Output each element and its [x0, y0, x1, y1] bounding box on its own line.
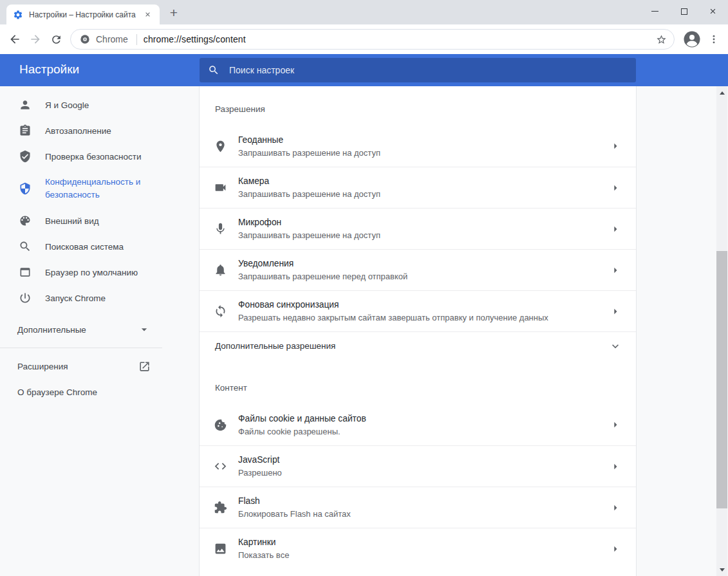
additional-permissions-expander[interactable]: Дополнительные разрешения — [200, 331, 636, 360]
reload-icon — [50, 33, 62, 46]
row-microphone[interactable]: МикрофонЗапрашивать разрешение на доступ — [200, 208, 636, 249]
profile-avatar-icon — [682, 30, 702, 49]
extensions-label: Расширения — [17, 362, 68, 371]
row-subtitle: Запрашивать разрешение на доступ — [238, 189, 380, 199]
content-heading: Контент — [200, 360, 636, 404]
sidebar-item-label: Запуск Chrome — [45, 293, 106, 303]
arrow-right-icon — [609, 264, 622, 277]
bookmark-button[interactable] — [652, 30, 670, 48]
search-icon — [208, 64, 219, 76]
shield-half-icon — [19, 182, 32, 195]
sidebar-item-appearance[interactable]: Внешний вид — [0, 208, 194, 234]
vertical-scrollbar[interactable] — [716, 86, 727, 576]
row-flash[interactable]: FlashБлокировать Flash на сайтах — [200, 487, 636, 528]
sidebar-divider — [0, 348, 162, 348]
arrow-right-icon — [609, 543, 622, 555]
row-title: Картинки — [238, 537, 289, 547]
back-button[interactable] — [5, 29, 25, 50]
sidebar-item-about-chrome[interactable]: О браузере Chrome — [0, 379, 162, 405]
site-settings-card: Разрешения ГеоданныеЗапрашивать разрешен… — [199, 86, 637, 576]
row-subtitle: Показать все — [238, 550, 289, 560]
sidebar-item-label: Я и Google — [45, 100, 89, 110]
row-subtitle: Разрешено — [238, 468, 282, 478]
arrow-right-icon — [609, 305, 622, 318]
scrollbar-up-button[interactable] — [716, 88, 727, 98]
arrow-right-icon — [609, 418, 622, 431]
power-icon — [19, 292, 32, 304]
row-geolocation[interactable]: ГеоданныеЗапрашивать разрешение на досту… — [200, 125, 636, 167]
maximize-icon — [681, 8, 687, 15]
arrow-drop-down-icon — [138, 323, 151, 336]
minimize-button[interactable] — [640, 1, 669, 22]
sidebar-item-you-and-google[interactable]: Я и Google — [0, 92, 194, 118]
profile-button[interactable] — [681, 28, 703, 50]
sidebar-item-safety-check[interactable]: Проверка безопасности — [0, 144, 194, 169]
bell-icon — [214, 263, 227, 277]
shield-check-icon — [19, 150, 32, 163]
row-title: Файлы cookie и данные сайтов — [238, 414, 366, 423]
row-javascript[interactable]: JavaScriptРазрешено — [200, 445, 636, 487]
reload-button[interactable] — [46, 29, 66, 50]
scrollbar-down-button[interactable] — [716, 564, 727, 575]
microphone-icon — [214, 222, 227, 236]
scrollbar-thumb[interactable] — [716, 251, 727, 508]
permissions-heading: Разрешения — [200, 86, 636, 125]
browser-menu-button[interactable] — [704, 30, 723, 49]
puzzle-piece-icon — [214, 501, 227, 514]
sidebar-item-search-engine[interactable]: Поисковая система — [0, 234, 194, 259]
browser-tab[interactable]: Настройки – Настройки сайта — [6, 5, 160, 24]
row-images[interactable]: КартинкиПоказать все — [200, 528, 636, 569]
site-chip-label: Chrome — [96, 34, 128, 44]
browser-window: Настройки – Настройки сайта + C — [0, 0, 728, 576]
sidebar-item-label: Конфиденциальность и безопасность — [45, 176, 164, 201]
row-title: Уведомления — [238, 259, 407, 268]
row-cookies[interactable]: Файлы cookie и данные сайтовФайлы cookie… — [200, 404, 636, 445]
about-label: О браузере Chrome — [17, 387, 97, 397]
tab-close-icon[interactable] — [142, 9, 153, 20]
chrome-logo-icon — [80, 34, 90, 44]
row-camera[interactable]: КамераЗапрашивать разрешение на доступ — [200, 167, 636, 208]
settings-title: Настройки — [19, 62, 79, 77]
maximize-button[interactable] — [669, 1, 698, 22]
sidebar-item-on-startup[interactable]: Запуск Chrome — [0, 285, 194, 311]
row-title: Геоданные — [238, 135, 380, 145]
window-controls — [640, 1, 727, 22]
kebab-menu-icon — [708, 33, 720, 45]
sidebar-item-default-browser[interactable]: Браузер по умолчанию — [0, 259, 194, 285]
settings-search-input[interactable] — [228, 64, 498, 76]
row-subtitle: Запрашивать разрешение перед отправкой — [238, 272, 407, 281]
address-bar[interactable]: Chrome chrome://settings/content — [70, 29, 675, 50]
person-icon — [19, 98, 32, 111]
tab-title: Настройки – Настройки сайта — [29, 10, 142, 19]
sidebar-item-label: Внешний вид — [45, 216, 99, 226]
forward-arrow-icon — [29, 33, 42, 46]
minimize-icon — [651, 11, 658, 12]
sidebar-item-label: Браузер по умолчанию — [45, 268, 138, 277]
sidebar-item-autofill[interactable]: Автозаполнение — [0, 118, 194, 144]
triangle-up-icon — [720, 91, 725, 95]
settings-search-box[interactable] — [200, 58, 636, 82]
arrow-right-icon — [609, 460, 622, 473]
arrow-right-icon — [609, 181, 622, 194]
chip-separator — [136, 34, 137, 45]
row-title: Фоновая синхронизация — [238, 300, 548, 310]
forward-button[interactable] — [25, 29, 46, 50]
new-tab-button[interactable]: + — [165, 4, 183, 22]
row-subtitle: Файлы cookie разрешены. — [238, 427, 366, 436]
close-button[interactable] — [698, 1, 727, 22]
row-background-sync[interactable]: Фоновая синхронизацияРазрешать недавно з… — [200, 290, 636, 331]
camera-icon — [214, 181, 227, 194]
sidebar-item-label: Поисковая система — [45, 242, 124, 252]
sidebar-item-label: Автозаполнение — [45, 126, 111, 136]
sidebar-advanced-toggle[interactable]: Дополнительные — [0, 317, 162, 342]
close-icon — [709, 7, 717, 15]
code-icon — [214, 460, 227, 473]
image-icon — [214, 542, 227, 555]
site-info-chip[interactable]: Chrome — [79, 30, 129, 49]
row-title: Flash — [238, 496, 351, 506]
advanced-label: Дополнительные — [17, 325, 86, 335]
row-title: Микрофон — [238, 218, 380, 227]
sidebar-item-extensions[interactable]: Расширения — [0, 353, 162, 379]
row-notifications[interactable]: УведомленияЗапрашивать разрешение перед … — [200, 249, 636, 290]
sidebar-item-privacy-security[interactable]: Конфиденциальность и безопасность — [0, 169, 194, 208]
